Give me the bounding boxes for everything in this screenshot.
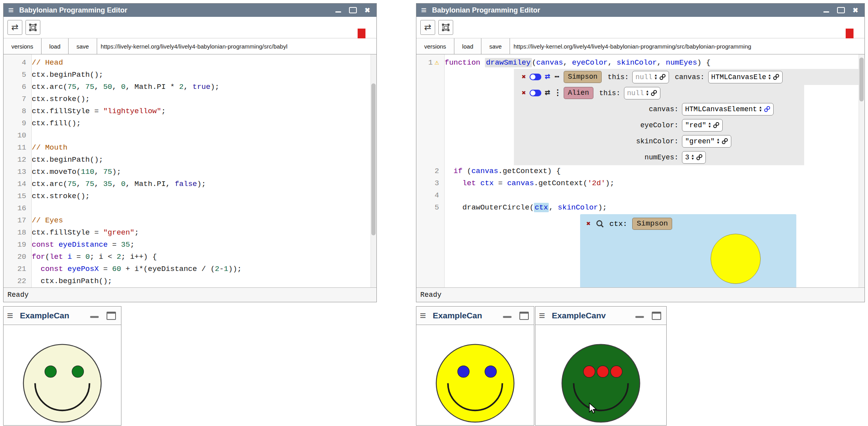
code-editor[interactable]: ✖ ctx: Simpson 1⚠function drawSmiley(can… [416, 54, 864, 287]
parameter-input[interactable]: HTMLCanvasElement▲▼ [682, 103, 774, 116]
code-line[interactable]: 2 if (canvas.getContext) { [416, 165, 864, 177]
hamburger-menu-icon[interactable]: ≡ [420, 310, 426, 321]
minimize-button[interactable] [503, 316, 512, 318]
minimize-button[interactable] [335, 11, 341, 13]
select-frame-button[interactable] [25, 20, 40, 35]
code-line[interactable]: 1⚠function drawSmiley(canvas, eyeColor, … [416, 57, 864, 69]
vertical-scrollbar[interactable] [371, 54, 376, 287]
code-line[interactable]: 14ctx.arc(75, 75, 35, 0, Math.PI, false)… [4, 178, 376, 190]
select-frame-button[interactable] [438, 20, 453, 35]
url-field[interactable]: https://lively-kernel.org/lively4/lively… [510, 38, 864, 54]
code-line[interactable]: 6ctx.arc(75, 75, 50, 0, Math.PI * 2, tru… [4, 81, 376, 93]
code-token: canvas [507, 179, 534, 188]
code-line[interactable]: 9ctx.fill(); [4, 117, 376, 130]
scrollbar-thumb[interactable] [859, 58, 864, 101]
inspect-magnifier-icon[interactable] [596, 220, 604, 228]
stepper-icon[interactable]: ▲▼ [717, 138, 719, 144]
code-line[interactable]: 7ctx.stroke(); [4, 93, 376, 105]
run-example-icon[interactable]: ⇄ [545, 88, 550, 97]
stepper-icon[interactable]: ▲▼ [692, 154, 694, 161]
code-line[interactable]: 22 ctx.beginPath(); [4, 275, 376, 287]
probe-example-badge[interactable]: Simpson [632, 218, 672, 230]
code-line[interactable]: 11// Mouth [4, 142, 376, 154]
parameter-input[interactable]: 3▲▼ [682, 151, 706, 164]
maximize-button[interactable] [349, 7, 357, 13]
code-line[interactable]: 15ctx.stroke(); [4, 190, 376, 202]
stepper-icon[interactable]: ▲▼ [769, 74, 770, 80]
bind-link-icon[interactable] [764, 106, 770, 112]
code-editor[interactable]: 4// Head5ctx.beginPath();6ctx.arc(75, 75… [4, 54, 376, 287]
code-line[interactable]: 19const eyeDistance = 35; [4, 239, 376, 251]
scrollbar-thumb[interactable] [371, 83, 376, 235]
versions-button[interactable]: versions [4, 38, 42, 54]
bind-link-icon[interactable] [651, 90, 657, 96]
minimize-button[interactable] [90, 316, 99, 318]
delete-example-button[interactable]: ✖ [522, 90, 526, 97]
hamburger-menu-icon[interactable]: ≡ [8, 5, 14, 15]
stepper-icon[interactable]: ▲▼ [709, 122, 711, 128]
minimize-button[interactable] [823, 11, 829, 13]
swap-arrows-button[interactable]: ⇄ [420, 20, 435, 35]
code-line[interactable]: 4 [416, 190, 864, 202]
run-example-icon[interactable]: ⇄ [545, 72, 550, 81]
bind-link-icon[interactable] [713, 122, 720, 128]
code-line[interactable]: 21 const eyePosX = 60 + i*(eyeDistance /… [4, 263, 376, 275]
code-line[interactable]: 12ctx.beginPath(); [4, 154, 376, 166]
hamburger-menu-icon[interactable]: ≡ [421, 5, 427, 15]
code-line[interactable]: 5ctx.beginPath(); [4, 69, 376, 81]
code-line[interactable]: 4// Head [4, 57, 376, 69]
bind-link-icon[interactable] [659, 74, 666, 80]
delete-example-button[interactable]: ✖ [522, 74, 526, 81]
example-name-badge[interactable]: Simpson [564, 71, 602, 83]
titlebar[interactable]: ≡ ExampleCan [416, 307, 534, 325]
bind-link-icon[interactable] [773, 74, 779, 80]
titlebar[interactable]: ≡ ExampleCan [4, 307, 121, 325]
code-line[interactable]: 13ctx.moveTo(110, 75); [4, 166, 376, 178]
stepper-icon[interactable]: ▲▼ [646, 90, 648, 96]
code-line[interactable]: 17// Eyes [4, 215, 376, 227]
swap-arrows-button[interactable]: ⇄ [7, 20, 22, 35]
maximize-button[interactable] [107, 312, 116, 320]
stepper-icon[interactable]: ▲▼ [760, 106, 761, 112]
parameter-input[interactable]: null▲▼ [624, 87, 661, 99]
example-toggle[interactable] [530, 74, 541, 80]
hamburger-menu-icon[interactable]: ≡ [7, 310, 13, 321]
stepper-icon[interactable]: ▲▼ [655, 74, 657, 80]
code-line[interactable]: 16 [4, 202, 376, 215]
versions-button[interactable]: versions [416, 38, 454, 54]
example-menu-icon[interactable]: ⋯ [554, 73, 560, 81]
save-button[interactable]: save [69, 38, 97, 54]
maximize-button[interactable] [837, 7, 845, 13]
titlebar[interactable]: ≡ ExampleCanv [535, 307, 666, 325]
code-line[interactable]: 20for(let i = 0; i < 2; i++) { [4, 251, 376, 263]
example-menu-icon[interactable]: ⋮ [554, 89, 560, 97]
example-toggle[interactable] [530, 90, 541, 96]
parameter-input[interactable]: "red"▲▼ [682, 119, 723, 132]
line-number: 5 [4, 69, 32, 81]
url-field[interactable]: https://lively-kernel.org/lively4/lively… [97, 38, 376, 54]
parameter-input[interactable]: null▲▼ [632, 71, 669, 83]
load-button[interactable]: load [454, 38, 481, 54]
vertical-scrollbar[interactable] [859, 54, 864, 287]
code-line[interactable]: 18ctx.fillStyle = "green"; [4, 227, 376, 239]
code-line[interactable]: 3 let ctx = canvas.getContext('2d'); [416, 177, 864, 190]
bind-link-icon[interactable] [696, 154, 703, 161]
hamburger-menu-icon[interactable]: ≡ [539, 310, 545, 321]
example-name-badge[interactable]: Alien [564, 87, 593, 99]
parameter-input[interactable]: "green"▲▼ [682, 135, 731, 148]
close-button[interactable]: ✖ [365, 7, 370, 14]
load-button[interactable]: load [42, 38, 69, 54]
code-line[interactable]: 10 [4, 130, 376, 142]
close-button[interactable]: ✖ [853, 7, 858, 14]
code-line[interactable]: 8ctx.fillStyle = "lightyellow"; [4, 105, 376, 117]
save-button[interactable]: save [481, 38, 510, 54]
bind-link-icon[interactable] [722, 138, 728, 144]
delete-probe-button[interactable]: ✖ [586, 220, 591, 227]
parameter-input[interactable]: HTMLCanvasEle▲▼ [708, 71, 783, 83]
maximize-button[interactable] [519, 312, 529, 320]
code-line[interactable]: 5 drawOuterCircle(ctx, skinColor); [416, 202, 864, 214]
titlebar[interactable]: ≡ Babylonian Programming Editor ✖ [416, 4, 864, 17]
maximize-button[interactable] [652, 312, 661, 320]
minimize-button[interactable] [635, 316, 644, 318]
titlebar[interactable]: ≡ Babylonian Programming Editor ✖ [4, 4, 376, 17]
